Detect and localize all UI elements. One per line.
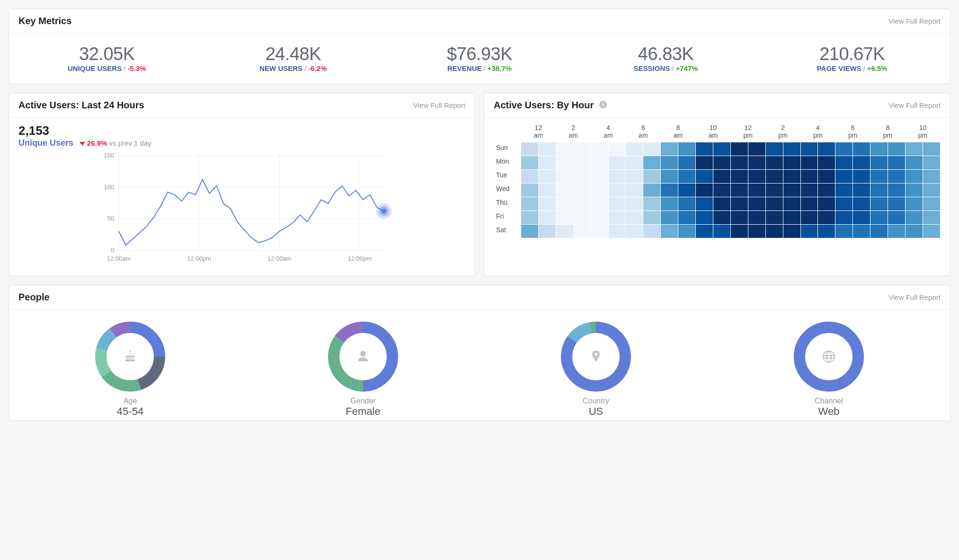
active-24h-count-label: Unique Users bbox=[18, 138, 73, 148]
key-metrics-row: 32.05K UNIQUE USERS/-5.3% 24.48K NEW USE… bbox=[9, 34, 950, 84]
heatmap-cell bbox=[835, 156, 852, 169]
heatmap-cell bbox=[591, 211, 608, 224]
heatmap-cell bbox=[574, 142, 591, 156]
svg-text:150: 150 bbox=[104, 152, 114, 159]
heatmap-cell bbox=[818, 197, 835, 210]
heatmap-cell bbox=[748, 156, 765, 169]
active-by-hour-view-full-link[interactable]: View Full Report bbox=[888, 101, 941, 109]
heatmap-cell bbox=[574, 197, 591, 210]
heatmap-cell bbox=[713, 211, 730, 224]
heatmap-cell bbox=[801, 170, 818, 183]
heatmap-cell bbox=[853, 142, 870, 156]
heatmap-cell bbox=[591, 156, 608, 169]
heatmap-cell bbox=[678, 184, 695, 197]
heatmap-cell bbox=[766, 156, 783, 169]
heatmap-cell bbox=[713, 225, 730, 238]
heatmap-cell bbox=[678, 170, 695, 183]
heatmap-cell bbox=[661, 156, 678, 169]
heatmap-cell bbox=[556, 170, 573, 183]
heatmap-cell bbox=[731, 170, 748, 183]
metric-value: 46.83K bbox=[573, 44, 759, 64]
active-by-hour-title: Active Users: By Hour i bbox=[494, 100, 607, 111]
heatmap-cell bbox=[626, 184, 643, 197]
heatmap-cell bbox=[923, 225, 940, 238]
donut-label: Age bbox=[14, 397, 247, 405]
heatmap-cell bbox=[835, 211, 852, 224]
donut-value: 45-54 bbox=[14, 405, 247, 418]
heatmap-cell bbox=[818, 156, 835, 169]
heatmap-cell bbox=[609, 184, 626, 197]
info-icon[interactable]: i bbox=[599, 101, 607, 108]
heatmap-cell bbox=[678, 142, 695, 156]
heatmap-cell bbox=[678, 197, 695, 210]
metric-value: $76.93K bbox=[386, 44, 573, 64]
heatmap-cell bbox=[783, 184, 800, 197]
people-title: People bbox=[18, 292, 50, 303]
heatmap-cell bbox=[696, 184, 713, 197]
heatmap-cell bbox=[696, 211, 713, 224]
donut-label: Channel bbox=[712, 397, 945, 405]
heatmap-cell bbox=[783, 142, 800, 156]
heatmap-row-label: Tue bbox=[494, 170, 521, 183]
heatmap-cell bbox=[556, 225, 573, 238]
heatmap-cell bbox=[906, 197, 923, 210]
active-by-hour-heatmap: 12am2am4am6am8am10am12pm2pm4pm6pm8pm10pm… bbox=[494, 123, 941, 238]
heatmap-cell bbox=[539, 184, 556, 197]
donut-chart bbox=[95, 321, 166, 392]
metric-sub: REVENUE/+38.7% bbox=[386, 64, 573, 72]
heatmap-cell bbox=[731, 156, 748, 169]
heatmap-cell bbox=[539, 170, 556, 183]
heatmap-cell bbox=[853, 197, 870, 210]
heatmap-cell bbox=[766, 197, 783, 210]
heatmap-cell bbox=[713, 142, 730, 156]
heatmap-cell bbox=[643, 184, 660, 197]
key-metrics-title: Key Metrics bbox=[18, 16, 71, 26]
people-header: People View Full Report bbox=[9, 285, 950, 310]
heatmap-cell bbox=[835, 184, 852, 197]
metric-sub: SESSIONS/+747% bbox=[573, 64, 759, 72]
heatmap-cell bbox=[783, 211, 800, 224]
heatmap-cell bbox=[731, 184, 748, 197]
metric-sub: UNIQUE USERS/-5.3% bbox=[14, 64, 200, 72]
heatmap-cell bbox=[521, 142, 538, 156]
heatmap-cell bbox=[870, 170, 888, 183]
heatmap-cell bbox=[661, 170, 678, 183]
donut-chart bbox=[793, 321, 864, 392]
heatmap-cell bbox=[713, 197, 730, 210]
active-24h-view-full-link[interactable]: View Full Report bbox=[413, 101, 465, 109]
heatmap-cell bbox=[696, 225, 713, 238]
heatmap-cell bbox=[801, 197, 818, 210]
heatmap-cell bbox=[783, 170, 800, 183]
heatmap-cell bbox=[766, 225, 783, 238]
svg-text:12:00am: 12:00am bbox=[107, 255, 131, 262]
svg-text:12:00pm: 12:00pm bbox=[348, 255, 372, 262]
heatmap-cell bbox=[609, 170, 626, 183]
active-24h-count: 2,153 bbox=[18, 123, 465, 138]
people-view-full-link[interactable]: View Full Report bbox=[888, 293, 941, 301]
heatmap-cell bbox=[818, 211, 835, 224]
heatmap-cell bbox=[661, 225, 678, 238]
heatmap-cell bbox=[853, 211, 870, 224]
svg-text:12:00am: 12:00am bbox=[267, 255, 292, 262]
heatmap-cell bbox=[731, 211, 748, 224]
heatmap-cell bbox=[906, 211, 923, 224]
heatmap-cell bbox=[818, 142, 835, 156]
down-arrow-icon bbox=[80, 142, 85, 146]
heatmap-cell bbox=[696, 170, 713, 183]
key-metrics-view-full-link[interactable]: View Full Report bbox=[888, 17, 941, 25]
metric-revenue: $76.93K REVENUE/+38.7% bbox=[386, 44, 573, 72]
heatmap-cell bbox=[626, 211, 643, 224]
heatmap-cell bbox=[539, 197, 556, 210]
donut-value: US bbox=[480, 405, 712, 418]
donut-country: Country US bbox=[480, 321, 712, 418]
globe-icon bbox=[793, 321, 864, 392]
heatmap-cell bbox=[801, 211, 818, 224]
heatmap-cell bbox=[923, 211, 940, 224]
heatmap-cell bbox=[609, 197, 626, 210]
active-24h-delta: 26.9% vs prev 1 day bbox=[76, 139, 151, 147]
heatmap-cell bbox=[713, 184, 730, 197]
heatmap-cell bbox=[818, 170, 835, 183]
heatmap-cell bbox=[748, 142, 765, 156]
heatmap-cell bbox=[521, 225, 538, 238]
heatmap-cell bbox=[888, 142, 905, 156]
